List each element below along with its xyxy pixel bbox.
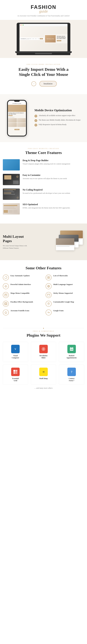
feat-item-fonts: Aa Google Fonts [46,310,84,316]
customize-block [4,175,11,180]
shortcodes-icon [46,274,52,280]
laptop-screen-body: FASHION guide HOME SHOP BLOG PAGES SHOP … [20,26,67,51]
thumb-seo [3,203,20,214]
phone-headline: The Beauty Skin for You'll Be Making For… [9,112,25,115]
nav-item: HOME [29,38,32,39]
fontello-icon [3,310,9,316]
feature-row-3: ∅ No Coding Required No need to be a pro… [3,188,84,200]
admin-label-wrap: Powerful Admin Interface [11,283,31,286]
mega-label-wrap: Mega Menu Compatible [11,292,30,294]
plugins-section: FREE & COMPATIBLE Plugins We Support V V… [0,321,87,395]
coding-lines: ∅ [3,188,20,196]
feat-item-icons: Awesome Fontello Icons [3,310,41,316]
core-features-section: FOR EASY WEBSITE CREATION Theme Core Fea… [0,142,87,224]
laptop-stand [35,53,52,54]
eg-logo [13,369,18,374]
thumb-coding: ∅ [3,188,20,200]
seo-thumb [13,210,18,213]
feature-thumb-2: ⚙ [3,174,20,185]
code-line [4,194,15,194]
gear-icon [4,285,7,288]
plugin-icon-cf7: 7 [67,368,76,376]
code-line [4,192,14,192]
svg-text:7: 7 [71,370,72,374]
svg-point-30 [43,348,44,350]
seo-bar [4,206,14,208]
mega-icon [3,292,9,298]
mobile-list-text-1: Absolutely all scrollable sections suppo… [39,114,75,117]
seo-thumbs [4,210,19,213]
header-section: FASHION guide An Awesome User-Friendly C… [0,0,87,20]
feature-text-3: No Coding Required No need to be a profe… [23,188,84,194]
mobile-list: 1 Absolutely all scrollable sections sup… [34,114,84,126]
mc-logo: ✉ [41,369,46,374]
phone-grid [8,118,26,127]
svg-point-24 [48,303,49,304]
install-btn-area: ☞ Installation [4,80,83,87]
feat-item-map: Customizable Google Map [46,301,84,307]
calendar-icon [47,294,50,296]
sticky-icon [46,292,52,298]
other-features-title: Some Other Features [3,266,84,270]
grid-item [8,123,17,127]
shortcodes-label: Lots of Shortcodes [53,274,68,277]
plugin-icon-mc: ✉ [39,368,48,376]
one-click-section: ONE CLICK DEMO INSTALLATION Easily Impor… [0,58,87,94]
phone-cta: SHOP NOW [9,115,13,116]
card-line [56,246,69,247]
code-line [4,193,11,193]
feat-item-mega: Mega Menu Compatible [3,292,41,298]
mobile-list-text-2: The theme uses Mobile friendly sliders: … [39,119,81,121]
install-button[interactable]: Installation [39,81,57,86]
feature-text-4: SEO Optimized HTML code integrated into … [23,203,84,209]
nav-item: SHOP [32,38,34,39]
laptop-screen-header [20,24,67,26]
fontello-label: Awesome Fontello Icons [11,310,29,312]
logo-guide: guide [3,9,84,14]
phone-screen: FASHION guide The Beauty Skin for You'll… [8,102,26,136]
shortcodes-label-wrap: Lots of Shortcodes [53,274,68,277]
phone-mock-wrapper: FASHION guide The Beauty Skin for You'll… [3,100,31,136]
map-icon [47,302,50,305]
customize-block2 [13,180,19,184]
feature-row-2: ⚙ Easy to Customize Awesome easy-to-use … [3,174,84,185]
fontello-label-wrap: Awesome Fontello Icons [11,310,29,312]
multi-layout-imgs [34,229,84,254]
feat-item-parallax: Parallax Effect Backgrounds [3,301,41,307]
screen-cta: SHOP NOW [57,40,61,41]
svg-point-8 [5,285,7,287]
feature-thumb-4 [3,203,20,214]
card-line [56,246,74,246]
phone-notch [14,101,20,102]
dot-yellow [22,25,22,26]
feature-thumb-1 [3,159,20,170]
plugin-icon-eg [11,368,20,376]
plugin-card-cf7: 7 ContactForm 7 [59,365,84,385]
svg-rect-40 [14,370,15,372]
feat-item-updates: Easy Automatic Updates [3,274,41,280]
cursor-icon: ☞ [30,80,37,87]
plugins-more: ... and many more others [3,387,84,389]
laptop-base [15,51,72,53]
cf7-logo: 7 [69,369,74,374]
phone-img [8,105,26,112]
layers-icon [4,302,7,305]
mobile-list-item-2: 2 The theme uses Mobile friendly sliders… [34,119,84,122]
svg-rect-6 [49,278,50,279]
seo-bar [4,205,17,206]
multi-layout-section: Multi Layout Pages We create Several Uni… [0,224,87,260]
plugins-tag: FREE & COMPATIBLE [3,330,84,332]
globe-icon [47,285,50,288]
plugin-name-vc: VisualComposer [12,355,19,359]
feature-thumb-3: ∅ [3,188,20,200]
laptop-hero: FASHION guide HOME SHOP BLOG PAGES SHOP … [0,20,87,58]
fonts-icon: Aa [46,310,52,316]
lang-icon [46,283,52,289]
parallax-icon [3,301,9,307]
lang-label: Multi Language Support [53,283,73,286]
screen-text: The Beauty Skin for You'll Be Making For… [56,35,67,42]
laptop-screen: FASHION guide HOME SHOP BLOG PAGES SHOP … [20,24,67,51]
booked-logo [69,346,74,352]
plugin-card-eg: EssentialGrid [3,365,28,385]
svg-rect-42 [14,372,15,374]
